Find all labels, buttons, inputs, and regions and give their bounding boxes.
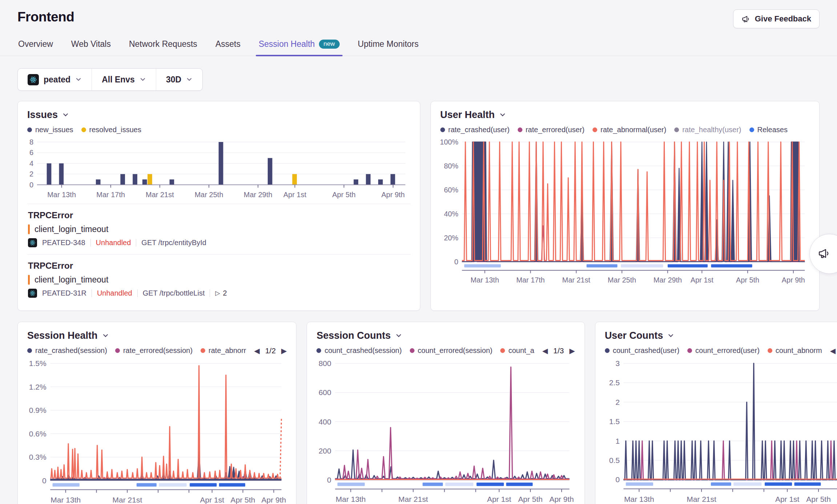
svg-text:Apr 1st: Apr 1st bbox=[283, 191, 307, 199]
date-range-filter[interactable]: 30D bbox=[156, 69, 202, 90]
svg-text:0.3%: 0.3% bbox=[29, 453, 46, 461]
svg-text:0: 0 bbox=[42, 476, 46, 484]
user-counts-chart[interactable]: 00.511.522.53Mar 13thMar 21stApr 1stApr … bbox=[605, 358, 837, 504]
megaphone-icon bbox=[741, 15, 751, 24]
legend-item-count-abnormal-user[interactable]: count_abnorm bbox=[768, 346, 822, 355]
issue-title-link[interactable]: TRPCError bbox=[28, 210, 410, 220]
page-header: Frontend Give Feedback bbox=[0, 0, 837, 28]
svg-text:Mar 13th: Mar 13th bbox=[50, 496, 81, 504]
pager-next-icon[interactable]: ▶ bbox=[569, 347, 575, 354]
issue-title-link[interactable]: TRPCError bbox=[28, 261, 410, 271]
legend-item-new-issues[interactable]: new_issues bbox=[27, 126, 73, 134]
chevron-down-icon[interactable] bbox=[102, 332, 109, 339]
tab-web-vitals[interactable]: Web Vitals bbox=[70, 37, 112, 56]
play-icon: ▷ bbox=[215, 289, 220, 297]
date-range-filter-value: 30D bbox=[166, 75, 181, 85]
divider bbox=[90, 239, 91, 247]
legend-item-releases[interactable]: Releases bbox=[749, 126, 788, 134]
svg-text:Mar 21st: Mar 21st bbox=[687, 495, 716, 503]
unhandled-badge: Unhandled bbox=[96, 239, 131, 247]
tab-overview[interactable]: Overview bbox=[17, 37, 54, 56]
svg-text:Apr 9th: Apr 9th bbox=[782, 276, 805, 284]
legend-item-count-crashed-user[interactable]: count_crashed(user) bbox=[605, 346, 679, 355]
svg-text:Apr 9th: Apr 9th bbox=[550, 495, 574, 503]
svg-text:Apr 5th: Apr 5th bbox=[806, 495, 831, 503]
issues-chart[interactable]: 02468Mar 13thMar 17thMar 21stMar 25thMar… bbox=[27, 137, 411, 201]
session-health-chart[interactable]: 00.3%0.6%0.9%1.2%1.5%Mar 13thMar 21stApr… bbox=[27, 358, 287, 504]
svg-text:200: 200 bbox=[319, 447, 331, 455]
svg-text:Mar 17th: Mar 17th bbox=[516, 276, 545, 284]
legend-item-rate-errored-session[interactable]: rate_errored(session) bbox=[115, 346, 193, 355]
chevron-down-icon bbox=[75, 76, 82, 83]
svg-text:Mar 13th: Mar 13th bbox=[336, 495, 366, 503]
chevron-down-icon[interactable] bbox=[499, 111, 506, 118]
page-title: Frontend bbox=[17, 9, 74, 25]
legend-item-rate-errored-user[interactable]: rate_errored(user) bbox=[518, 126, 585, 134]
chevron-down-icon[interactable] bbox=[62, 111, 69, 118]
svg-text:800: 800 bbox=[319, 359, 331, 367]
svg-text:1.5: 1.5 bbox=[609, 417, 619, 426]
session-counts-chart[interactable]: 0200400600800Mar 13thMar 21stApr 1stApr … bbox=[316, 358, 575, 504]
pager-prev-icon[interactable]: ◀ bbox=[254, 347, 259, 354]
project-filter[interactable]: peated bbox=[18, 69, 92, 90]
chevron-down-icon[interactable] bbox=[667, 332, 674, 339]
svg-text:8: 8 bbox=[29, 138, 33, 146]
session-health-page: Frontend Give Feedback Overview Web Vita… bbox=[0, 0, 837, 504]
divider bbox=[92, 289, 92, 297]
pager-prev-icon[interactable]: ◀ bbox=[830, 347, 836, 354]
svg-text:1: 1 bbox=[615, 436, 620, 445]
svg-text:0: 0 bbox=[454, 258, 458, 266]
session-counts-panel-title: Session Counts bbox=[316, 330, 391, 341]
legend-dot bbox=[27, 348, 32, 353]
svg-text:Mar 21st: Mar 21st bbox=[562, 276, 590, 284]
svg-text:Mar 29th: Mar 29th bbox=[244, 191, 272, 199]
tab-assets[interactable]: Assets bbox=[215, 37, 241, 56]
user-health-chart[interactable]: 020%40%60%80%100%Mar 13thMar 17thMar 21s… bbox=[440, 137, 810, 285]
legend-item-resolved-issues[interactable]: resolved_issues bbox=[81, 126, 141, 134]
svg-text:Mar 13th: Mar 13th bbox=[470, 276, 499, 284]
issue-row: TRPCError client_login_timeout PEATED-31… bbox=[27, 254, 411, 305]
legend-dot bbox=[605, 348, 610, 353]
legend-item-rate-crashed-session[interactable]: rate_crashed(session) bbox=[27, 346, 107, 355]
pager-label: 1/2 bbox=[265, 346, 276, 355]
svg-text:0: 0 bbox=[327, 476, 332, 484]
session-counts-legend: count_crashed(session) count_errored(ses… bbox=[316, 346, 575, 355]
legend-dot bbox=[115, 348, 120, 353]
svg-text:20%: 20% bbox=[444, 234, 458, 242]
legend-dot bbox=[500, 348, 505, 353]
legend-item-count-crashed-session[interactable]: count_crashed(session) bbox=[316, 346, 401, 355]
dashboard-grid: Issues new_issues resolved_issues 02468M… bbox=[0, 101, 837, 504]
session-health-panel-title: Session Health bbox=[27, 330, 98, 341]
tab-session-health[interactable]: Session Health new bbox=[258, 37, 340, 56]
replay-count[interactable]: ▷2 bbox=[215, 289, 227, 297]
legend-item-rate-healthy-user[interactable]: rate_healthy(user) bbox=[674, 126, 741, 134]
give-feedback-button[interactable]: Give Feedback bbox=[733, 9, 820, 28]
pager-next-icon[interactable]: ▶ bbox=[281, 347, 287, 354]
svg-text:2: 2 bbox=[29, 170, 33, 178]
session-health-panel: Session Health rate_crashed(session) rat… bbox=[17, 322, 296, 504]
tab-uptime-monitors[interactable]: Uptime Monitors bbox=[357, 37, 419, 56]
react-project-icon bbox=[28, 238, 37, 247]
legend-item-rate-abnormal-session[interactable]: rate_abnorr bbox=[201, 346, 246, 355]
user-health-panel-title: User Health bbox=[440, 109, 495, 121]
legend-dot bbox=[81, 127, 86, 132]
environment-filter[interactable]: All Envs bbox=[92, 69, 156, 90]
issues-list: TRPCError client_login_timeout PEATED-34… bbox=[27, 204, 411, 305]
issue-subtitle: client_login_timeout bbox=[35, 275, 108, 285]
chevron-down-icon bbox=[140, 76, 146, 83]
filter-bar: peated All Envs 30D bbox=[17, 68, 203, 91]
svg-text:Apr 5th: Apr 5th bbox=[231, 496, 255, 504]
svg-text:Apr 9th: Apr 9th bbox=[262, 496, 286, 504]
chevron-down-icon bbox=[186, 76, 193, 83]
svg-text:60%: 60% bbox=[444, 186, 458, 194]
issue-short-id: PEATED-31R bbox=[42, 289, 86, 297]
pager-prev-icon[interactable]: ◀ bbox=[542, 347, 548, 354]
legend-item-count-errored-session[interactable]: count_errored(session) bbox=[410, 346, 493, 355]
chevron-down-icon[interactable] bbox=[395, 332, 402, 339]
legend-item-count-errored-user[interactable]: count_errored(user) bbox=[687, 346, 760, 355]
svg-text:0.9%: 0.9% bbox=[29, 406, 46, 414]
tab-network-requests[interactable]: Network Requests bbox=[128, 37, 198, 56]
legend-item-rate-crashed-user[interactable]: rate_crashed(user) bbox=[440, 126, 510, 134]
legend-item-rate-abnormal-user[interactable]: rate_abnormal(user) bbox=[593, 126, 666, 134]
legend-item-count-abnormal-session[interactable]: count_a bbox=[500, 346, 534, 355]
